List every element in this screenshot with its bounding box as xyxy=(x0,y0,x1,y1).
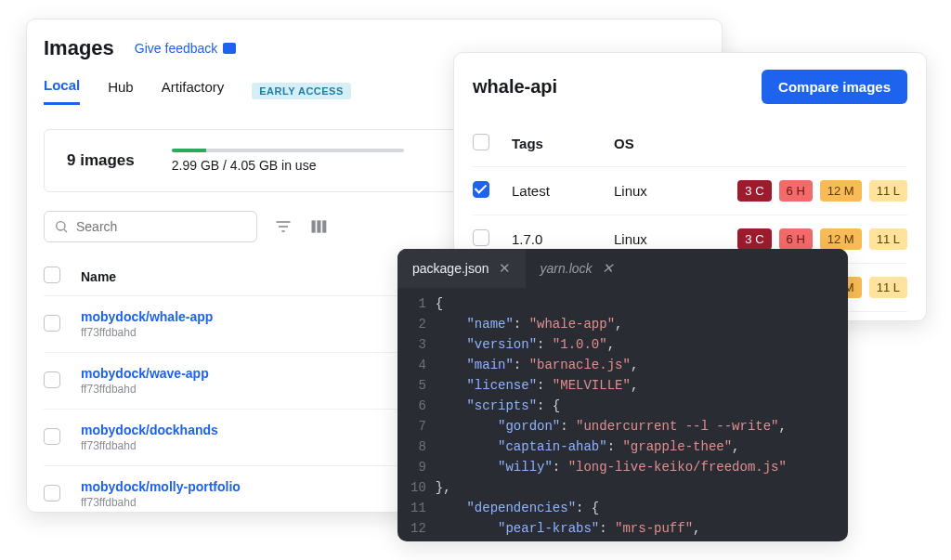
editor-tabs: package.json ✕ yarn.lock ✕ xyxy=(397,249,848,288)
compare-title: whale-api xyxy=(473,76,557,98)
os-cell: Linux xyxy=(614,231,697,247)
svg-point-0 xyxy=(57,222,65,230)
line-gutter: 123456789101112 xyxy=(397,293,436,539)
tag-cell: 1.7.0 xyxy=(512,231,614,247)
page-title: Images xyxy=(44,36,114,60)
row-checkbox[interactable] xyxy=(44,315,60,332)
severity-medium: 12 M xyxy=(820,180,862,202)
severity-low: 11 L xyxy=(869,180,907,202)
severity-critical: 3 C xyxy=(737,180,771,202)
code-content[interactable]: { "name": "whale-app", "version": "1.0.0… xyxy=(436,293,787,539)
select-all-checkbox[interactable] xyxy=(44,267,60,283)
compare-select-all-checkbox[interactable] xyxy=(473,134,489,150)
search-icon xyxy=(54,219,69,234)
tag-cell: Latest xyxy=(512,183,614,199)
tab-hub[interactable]: Hub xyxy=(108,79,134,104)
columns-icon[interactable] xyxy=(309,217,328,236)
give-feedback-label: Give feedback xyxy=(135,41,218,56)
row-checkbox[interactable] xyxy=(44,371,60,388)
svg-rect-5 xyxy=(312,220,316,232)
early-access-badge: EARLY ACCESS xyxy=(252,83,351,99)
editor-tab-label: yarn.lock xyxy=(541,261,593,276)
compare-images-button[interactable]: Compare images xyxy=(762,70,907,104)
row-checkbox[interactable] xyxy=(473,181,489,198)
search-input-wrap[interactable] xyxy=(44,211,257,242)
severity-high: 6 H xyxy=(779,228,813,250)
search-input[interactable] xyxy=(76,219,247,234)
editor-tab-yarn-lock[interactable]: yarn.lock ✕ xyxy=(526,249,629,288)
filter-icon[interactable] xyxy=(274,217,293,236)
usage-bar xyxy=(172,149,404,152)
feedback-icon xyxy=(223,43,236,54)
col-os: OS xyxy=(614,136,697,151)
svg-rect-7 xyxy=(322,220,326,232)
usage-text: 2.99 GB / 4.05 GB in use xyxy=(172,158,404,173)
row-checkbox[interactable] xyxy=(473,229,489,246)
row-checkbox[interactable] xyxy=(44,485,60,501)
table-row: LatestLinux3 C6 H12 M11 L xyxy=(473,167,907,215)
severity-low: 11 L xyxy=(869,228,907,250)
row-checkbox[interactable] xyxy=(44,428,60,445)
tab-local[interactable]: Local xyxy=(44,77,80,105)
close-icon[interactable]: ✕ xyxy=(602,260,614,277)
editor-tab-label: package.json xyxy=(412,261,489,276)
close-icon[interactable]: ✕ xyxy=(499,260,511,277)
tab-artifactory[interactable]: Artifactory xyxy=(162,79,225,104)
svg-rect-6 xyxy=(317,220,320,232)
severity-group: 3 C6 H12 M11 L xyxy=(697,180,907,202)
severity-medium: 12 M xyxy=(820,228,862,250)
col-tags: Tags xyxy=(512,136,614,151)
image-count: 9 images xyxy=(67,151,135,170)
severity-low: 11 L xyxy=(869,277,907,298)
code-editor: package.json ✕ yarn.lock ✕ 1234567891011… xyxy=(397,249,848,541)
editor-tab-package-json[interactable]: package.json ✕ xyxy=(397,249,526,288)
give-feedback-link[interactable]: Give feedback xyxy=(135,41,237,56)
severity-critical: 3 C xyxy=(737,228,771,250)
svg-line-1 xyxy=(64,229,67,232)
os-cell: Linux xyxy=(614,183,697,199)
severity-group: 3 C6 H12 M11 L xyxy=(697,228,907,250)
severity-high: 6 H xyxy=(779,180,813,202)
